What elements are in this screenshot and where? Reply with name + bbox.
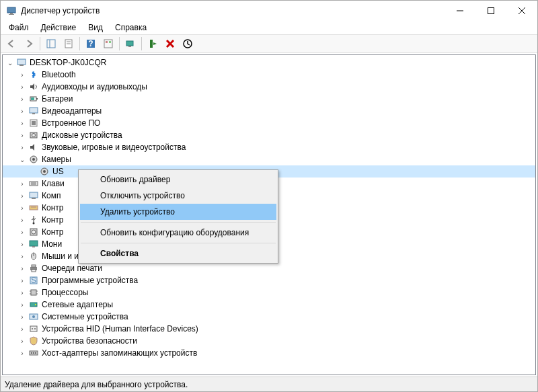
menu-file[interactable]: Файл bbox=[3, 22, 34, 34]
tree-category[interactable]: ›Устройства HID (Human Interface Devices… bbox=[3, 323, 535, 335]
tree-category[interactable]: ›SПрограммные устройства bbox=[3, 274, 535, 286]
expand-icon[interactable]: › bbox=[17, 264, 27, 273]
svg-rect-23 bbox=[17, 59, 26, 65]
maximize-button[interactable] bbox=[475, 1, 506, 21]
tree-category-label: Процессоры bbox=[42, 288, 89, 297]
tree-category[interactable]: ›Bluetooth bbox=[3, 69, 535, 81]
svg-rect-72 bbox=[35, 352, 36, 354]
tree-category-label: Хост-адаптеры запоминающих устройств bbox=[42, 348, 197, 358]
ctx-scan-hardware[interactable]: Обновить конфигурацию оборудования bbox=[80, 225, 276, 241]
expand-icon[interactable]: › bbox=[17, 106, 27, 116]
tree-category[interactable]: ›Очереди печати bbox=[3, 262, 535, 274]
enable-button[interactable] bbox=[145, 36, 161, 52]
ctx-disable-device[interactable]: Отключить устройство bbox=[80, 188, 276, 204]
expand-icon[interactable]: › bbox=[17, 118, 27, 128]
tree-category[interactable]: ›Процессоры bbox=[3, 286, 535, 299]
audio-icon bbox=[28, 81, 39, 92]
expand-icon[interactable]: › bbox=[17, 191, 27, 200]
expand-icon[interactable]: › bbox=[17, 300, 27, 309]
tree-category[interactable]: ›Встроенное ПО bbox=[3, 117, 535, 129]
usb-icon bbox=[28, 214, 39, 225]
menu-help[interactable]: Справка bbox=[110, 22, 152, 34]
tree-category-label: Контр bbox=[42, 215, 63, 225]
expand-icon[interactable]: › bbox=[17, 179, 27, 188]
ctx-properties[interactable]: Свойства bbox=[80, 245, 276, 262]
expand-icon[interactable]: › bbox=[17, 348, 27, 358]
tree-category[interactable]: ›Дисковые устройства bbox=[3, 129, 535, 141]
properties-button[interactable] bbox=[61, 36, 77, 52]
expand-icon[interactable]: › bbox=[17, 288, 27, 297]
ctx-uninstall-device[interactable]: Удалить устройство bbox=[80, 204, 276, 220]
expand-icon[interactable]: › bbox=[17, 130, 27, 140]
expand-icon[interactable]: › bbox=[17, 324, 27, 334]
storage-icon bbox=[28, 227, 39, 237]
tree-category-label: Звуковые, игровые и видеоустройства bbox=[42, 143, 186, 152]
expand-icon[interactable]: › bbox=[17, 239, 27, 249]
tree-category-label: Батареи bbox=[42, 94, 73, 104]
svg-rect-16 bbox=[109, 41, 111, 43]
collapse-icon[interactable]: ⌄ bbox=[17, 155, 27, 164]
tree-category[interactable]: ›Устройства безопасности bbox=[3, 335, 535, 347]
tree-category-label: Очереди печати bbox=[42, 264, 102, 273]
update-driver-button[interactable] bbox=[180, 36, 196, 52]
expand-icon[interactable]: › bbox=[17, 203, 27, 212]
expand-icon[interactable]: › bbox=[17, 82, 27, 91]
expand-icon[interactable]: › bbox=[17, 70, 27, 79]
tree-category[interactable]: ⌄Камеры bbox=[3, 153, 535, 165]
tree-category[interactable]: ›Звуковые, игровые и видеоустройства bbox=[3, 141, 535, 153]
window-buttons bbox=[445, 1, 537, 21]
status-text: Удаление драйвера для выбранного устройс… bbox=[5, 380, 188, 389]
expand-icon[interactable]: › bbox=[17, 276, 27, 285]
svg-rect-0 bbox=[7, 7, 15, 13]
firmware-icon bbox=[28, 118, 39, 128]
tree-category[interactable]: ›Хост-адаптеры запоминающих устройств bbox=[3, 347, 535, 359]
tree-category-label: Мони bbox=[42, 239, 62, 249]
svg-rect-15 bbox=[106, 41, 108, 43]
hba-icon bbox=[28, 348, 39, 358]
device-tree[interactable]: ⌄ DESKTOP-JK0JCQR ›Bluetooth›Аудиовходы … bbox=[2, 54, 536, 375]
minimize-button[interactable] bbox=[445, 1, 475, 21]
tree-category[interactable]: ›Аудиовходы и аудиовыходы bbox=[3, 81, 535, 93]
expand-icon[interactable]: › bbox=[17, 215, 27, 225]
show-hide-tree-button[interactable] bbox=[43, 36, 59, 52]
action-button[interactable] bbox=[100, 36, 116, 52]
tree-category[interactable]: ›Видеоадаптеры bbox=[3, 105, 535, 117]
tree-category-label: Устройства HID (Human Interface Devices) bbox=[42, 324, 198, 334]
svg-rect-71 bbox=[33, 352, 34, 354]
svg-rect-53 bbox=[32, 265, 36, 267]
menu-action[interactable]: Действие bbox=[36, 22, 82, 34]
svg-point-63 bbox=[35, 304, 36, 305]
svg-rect-54 bbox=[32, 270, 36, 272]
close-button[interactable] bbox=[506, 1, 537, 21]
expand-icon[interactable]: › bbox=[17, 312, 27, 321]
tree-root[interactable]: ⌄ DESKTOP-JK0JCQR bbox=[3, 56, 535, 69]
svg-rect-4 bbox=[488, 8, 494, 14]
app-icon bbox=[6, 5, 17, 16]
tree-category[interactable]: ›Сетевые адаптеры bbox=[3, 299, 535, 311]
svg-text:S: S bbox=[31, 276, 36, 285]
back-button[interactable] bbox=[3, 36, 20, 52]
tree-category-label: Bluetooth bbox=[42, 70, 76, 79]
forward-button[interactable] bbox=[21, 36, 37, 52]
expand-icon[interactable]: › bbox=[17, 251, 27, 261]
menu-view[interactable]: Вид bbox=[83, 22, 108, 34]
tree-category[interactable]: ›Батареи bbox=[3, 93, 535, 105]
titlebar: Диспетчер устройств bbox=[1, 1, 537, 21]
ctx-separator bbox=[81, 222, 276, 223]
tree-category-label: Видеоадаптеры bbox=[42, 106, 102, 116]
collapse-icon[interactable]: ⌄ bbox=[5, 58, 15, 67]
monitor-icon bbox=[28, 239, 39, 249]
svg-rect-28 bbox=[30, 108, 38, 113]
expand-icon[interactable]: › bbox=[17, 94, 27, 104]
tree-category-label: Программные устройства bbox=[42, 276, 138, 285]
scan-hardware-button[interactable] bbox=[122, 36, 139, 52]
ctx-update-driver[interactable]: Обновить драйвер bbox=[80, 171, 276, 188]
tree-category[interactable]: ›Системные устройства bbox=[3, 311, 535, 323]
expand-icon[interactable]: › bbox=[17, 143, 27, 152]
menubar: Файл Действие Вид Справка bbox=[1, 21, 537, 34]
uninstall-button[interactable] bbox=[162, 36, 178, 52]
help-button[interactable]: ? bbox=[83, 36, 99, 52]
svg-point-68 bbox=[34, 328, 36, 329]
expand-icon[interactable]: › bbox=[17, 336, 27, 346]
expand-icon[interactable]: › bbox=[17, 227, 27, 237]
